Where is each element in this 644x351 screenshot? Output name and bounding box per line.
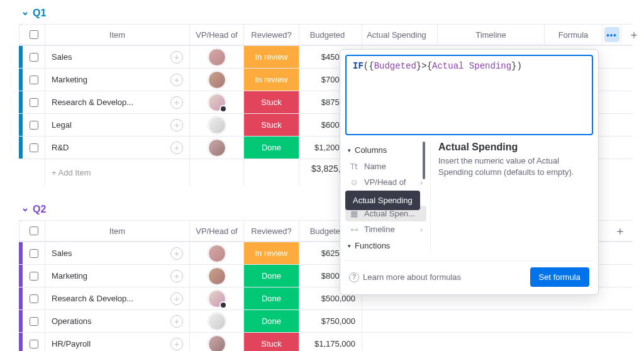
plus-icon[interactable]: + [170, 96, 183, 109]
col-timeline[interactable]: Timeline [438, 25, 545, 45]
avatar [208, 139, 226, 157]
row-checkbox[interactable] [23, 265, 45, 287]
col-vp[interactable]: VP/Head of [190, 221, 244, 241]
col-vp[interactable]: VP/Head of [190, 25, 244, 45]
select-all-checkbox[interactable] [23, 221, 45, 241]
chevron-right-icon: › [420, 226, 423, 233]
select-all-checkbox[interactable] [23, 25, 45, 45]
row-checkbox[interactable] [23, 136, 45, 159]
reviewed-cell[interactable]: Done [244, 287, 299, 309]
people-icon: ☺ [349, 178, 359, 187]
column-option-name[interactable]: T𝗍 Name [345, 159, 426, 174]
reviewed-cell[interactable]: Done [244, 265, 299, 287]
plus-icon[interactable]: + [170, 292, 183, 305]
item-cell[interactable]: Sales+ [45, 46, 190, 68]
plus-icon[interactable]: + [170, 51, 183, 64]
col-item[interactable]: Item [45, 221, 190, 241]
reviewed-cell[interactable]: In review [244, 69, 299, 91]
item-cell[interactable]: Sales+ [45, 242, 190, 264]
vp-cell[interactable] [190, 46, 244, 68]
vp-cell[interactable] [190, 91, 244, 113]
vp-cell[interactable] [190, 114, 244, 136]
avatar [208, 48, 226, 66]
vp-cell[interactable] [190, 333, 244, 351]
avatar [208, 94, 226, 111]
col-actual[interactable]: Actual Spending [362, 25, 438, 45]
avatar [208, 116, 226, 134]
reviewed-cell[interactable]: Done [244, 310, 299, 332]
help-icon: ? [349, 272, 359, 282]
avatar [208, 290, 226, 308]
description-body: Insert the numeric value of Actual Spend… [438, 155, 593, 178]
item-cell[interactable]: HR/Payroll+ [45, 333, 190, 351]
plus-icon[interactable]: + [170, 338, 183, 350]
item-cell[interactable]: Research & Develop...+ [45, 91, 190, 113]
item-cell[interactable]: Marketing+ [45, 265, 190, 287]
text-icon: T𝗍 [349, 162, 359, 171]
chevron-down-icon: ▾ [348, 147, 351, 153]
row-checkbox[interactable] [23, 333, 45, 351]
plus-icon[interactable]: + [170, 270, 183, 282]
learn-more-link[interactable]: ? Learn more about formulas [349, 272, 461, 282]
vp-cell[interactable] [190, 310, 244, 332]
group-q1-title: Q1 [33, 8, 46, 19]
col-item[interactable]: Item [45, 25, 190, 45]
reviewed-cell[interactable]: Stuck [244, 333, 299, 351]
avatar [208, 71, 226, 89]
reviewed-cell[interactable]: In review [244, 242, 299, 264]
plus-icon[interactable]: + [170, 119, 183, 131]
row-checkbox[interactable] [23, 69, 45, 91]
functions-section[interactable]: ▾Functions [345, 237, 426, 254]
avatar [208, 335, 226, 352]
formula-description: Actual Spending Insert the numeric value… [430, 142, 593, 254]
column-option-timeline[interactable]: ⧟ Timeline › [345, 221, 426, 237]
formula-fn: IF [353, 61, 364, 71]
item-cell[interactable]: Legal+ [45, 114, 190, 136]
col-reviewed[interactable]: Reviewed? [244, 221, 299, 241]
add-item-button[interactable]: + Add Item [45, 159, 190, 186]
add-column-button[interactable]: ＋ [608, 221, 633, 241]
vp-cell[interactable] [190, 265, 244, 287]
formula-editor[interactable]: IF({Budgeted}>{Actual Spending}) [345, 55, 593, 135]
item-cell[interactable]: Operations+ [45, 310, 190, 332]
row-checkbox[interactable] [23, 91, 45, 113]
reviewed-cell[interactable]: Done [244, 136, 299, 159]
formula-panel: IF({Budgeted}>{Actual Spending}) ▾Column… [340, 49, 599, 295]
row-checkbox[interactable] [23, 242, 45, 264]
set-formula-button[interactable]: Set formula [530, 267, 589, 287]
avatar-badge-icon [219, 105, 227, 113]
row-checkbox[interactable] [23, 287, 45, 309]
plus-icon[interactable]: + [170, 247, 183, 260]
vp-cell[interactable] [190, 136, 244, 159]
col-formula[interactable]: Formula [545, 25, 602, 45]
col-budgeted[interactable]: Budgeted [299, 25, 362, 45]
column-more-button[interactable]: ••• [602, 25, 621, 45]
vp-cell[interactable] [190, 69, 244, 91]
row-checkbox[interactable] [23, 114, 45, 136]
table-row: Operations+ Done $750,000 [19, 309, 633, 332]
add-column-button[interactable]: ＋ [621, 25, 644, 45]
row-checkbox[interactable] [23, 310, 45, 332]
columns-section[interactable]: ▾Columns [345, 142, 426, 159]
column-option-vp[interactable]: ☺ VP/Head of › [345, 174, 426, 190]
plus-icon[interactable]: + [170, 142, 183, 154]
row-checkbox[interactable] [23, 46, 45, 68]
reviewed-cell[interactable]: In review [244, 46, 299, 68]
item-cell[interactable]: Marketing+ [45, 69, 190, 91]
vp-cell[interactable] [190, 287, 244, 309]
group-q1-header[interactable]: Q1 [19, 5, 633, 24]
item-cell[interactable]: Research & Develop...+ [45, 287, 190, 309]
item-cell[interactable]: R&D+ [45, 136, 190, 159]
column-headers: Item VP/Head of Reviewed? Budgeted Actua… [19, 24, 633, 45]
plus-icon[interactable]: + [170, 315, 183, 328]
chevron-right-icon: › [420, 179, 423, 186]
reviewed-cell[interactable]: Stuck [244, 91, 299, 113]
budgeted-cell[interactable]: $750,000 [299, 310, 362, 332]
number-icon: ▦ [349, 209, 359, 218]
reviewed-cell[interactable]: Stuck [244, 114, 299, 136]
plus-icon[interactable]: + [170, 74, 183, 86]
vp-cell[interactable] [190, 242, 244, 264]
col-reviewed[interactable]: Reviewed? [244, 25, 299, 45]
budgeted-cell[interactable]: $1,175,000 [299, 333, 362, 351]
timeline-icon: ⧟ [349, 225, 359, 234]
